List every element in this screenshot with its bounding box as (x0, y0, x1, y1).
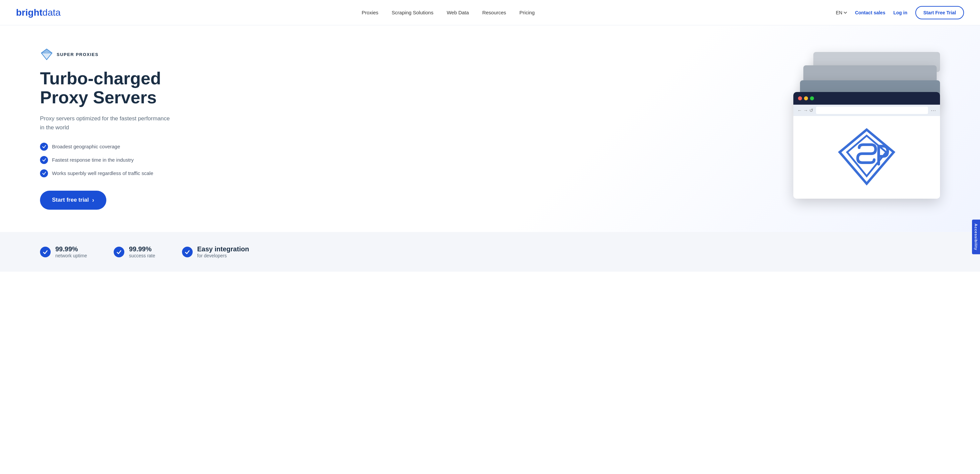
window-maximize-dot (810, 96, 814, 100)
browser-nav-arrows: ← → ↺ (797, 108, 813, 113)
nav-item-resources[interactable]: Resources (482, 10, 506, 15)
accessibility-button[interactable]: Accessibility (972, 220, 980, 254)
logo-bright: bright (16, 7, 42, 18)
login-link[interactable]: Log in (893, 10, 907, 15)
chevron-down-icon (844, 12, 847, 14)
browser-titlebar (793, 92, 940, 105)
browser-stack: ← → ↺ ⋯ (767, 49, 940, 209)
stat-check-icon-1 (40, 247, 51, 257)
stat-item-uptime: 99.99% network uptime (40, 245, 87, 258)
stat-text-uptime: 99.99% network uptime (55, 245, 87, 258)
logo[interactable]: bright data (16, 7, 60, 18)
hero-subtitle: Proxy servers optimized for the fastest … (40, 114, 173, 132)
feature-item-1: Broadest geographic coverage (40, 143, 173, 151)
nav-item-scraping-solutions[interactable]: Scraping Solutions (392, 10, 433, 15)
stat-item-integration: Easy integration for developers (182, 245, 249, 258)
check-icon-2 (40, 156, 48, 164)
stat-check-icon-3 (182, 247, 192, 257)
window-close-dot (798, 96, 802, 100)
navbar: bright data Proxies Scraping Solutions W… (0, 0, 980, 25)
browser-addressbar: ← → ↺ ⋯ (793, 105, 940, 116)
hero-badge: SUPER PROXIES (40, 48, 173, 61)
hero-badge-label: SUPER PROXIES (57, 52, 99, 57)
browser-more-icon: ⋯ (931, 107, 936, 114)
window-minimize-dot (804, 96, 808, 100)
stat-item-success: 99.99% success rate (114, 245, 155, 258)
logo-data: data (42, 7, 60, 18)
hero-start-free-trial-button[interactable]: Start free trial › (40, 191, 107, 210)
hero-title: Turbo-charged Proxy Servers (40, 69, 173, 107)
sp-diamond-logo (837, 127, 897, 188)
hero-features-list: Broadest geographic coverage Fastest res… (40, 143, 173, 177)
language-selector[interactable]: EN (836, 10, 847, 15)
nav-right: EN Contact sales Log in Start Free Trial (836, 6, 964, 19)
stats-bar: 99.99% network uptime 99.99% success rat… (0, 232, 980, 272)
stat-check-icon-2 (114, 247, 124, 257)
check-icon-1 (40, 143, 48, 151)
super-proxies-icon (40, 48, 53, 61)
contact-sales-link[interactable]: Contact sales (855, 10, 885, 15)
hero-illustration: ← → ↺ ⋯ (767, 49, 940, 209)
arrow-right-icon: › (92, 197, 94, 204)
check-icon-3 (40, 169, 48, 177)
nav-links: Proxies Scraping Solutions Web Data Reso… (362, 10, 535, 15)
browser-url-bar (816, 107, 928, 114)
hero-content: SUPER PROXIES Turbo-charged Proxy Server… (40, 48, 173, 210)
feature-item-2: Fastest response time in the industry (40, 156, 173, 164)
browser-main: ← → ↺ ⋯ (793, 92, 940, 199)
stat-text-success: 99.99% success rate (129, 245, 155, 258)
nav-item-web-data[interactable]: Web Data (447, 10, 469, 15)
feature-item-3: Works superbly well regardless of traffi… (40, 169, 173, 177)
nav-item-pricing[interactable]: Pricing (519, 10, 535, 15)
nav-start-free-trial-button[interactable]: Start Free Trial (915, 6, 964, 19)
hero-section: SUPER PROXIES Turbo-charged Proxy Server… (0, 25, 980, 232)
nav-item-proxies[interactable]: Proxies (362, 10, 378, 15)
browser-body (793, 116, 940, 199)
stat-text-integration: Easy integration for developers (197, 245, 249, 258)
